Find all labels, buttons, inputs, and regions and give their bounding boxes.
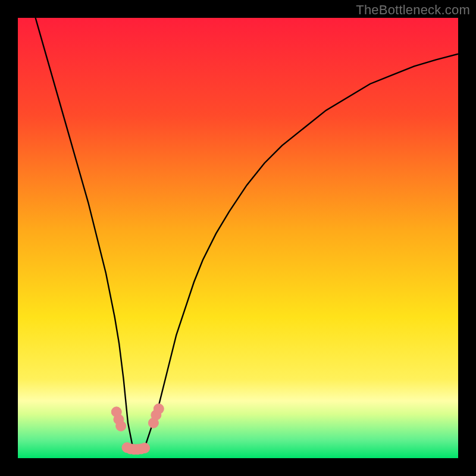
curve-marker: [140, 443, 150, 453]
watermark-text: TheBottleneck.com: [356, 2, 470, 18]
curve-marker: [116, 421, 126, 431]
curve-marker: [154, 404, 164, 414]
plot-area: [18, 18, 458, 458]
chart-frame: TheBottleneck.com: [0, 0, 476, 476]
plot-svg: [18, 18, 458, 458]
gradient-rect: [18, 18, 458, 458]
